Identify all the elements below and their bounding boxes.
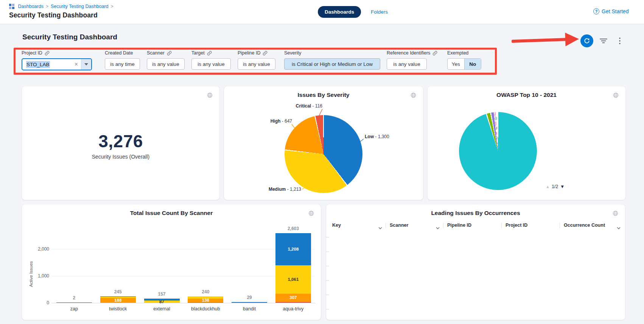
owasp-pie-chart[interactable] [459,112,537,190]
project-id-value: STO_LAB [26,61,50,68]
link-icon [432,51,437,56]
project-id-dropdown-button[interactable] [81,59,91,70]
pie-label-medium: Medium - 1,213 [241,187,301,192]
severity-pie-chart[interactable] [285,115,362,193]
dashboard-title: Security Testing Dashboard [22,33,117,41]
y-tick-1000: 1,000 [26,273,49,279]
security-issues-caption: Security Issues (Overall) [22,154,219,160]
bar-segment-aqua-trivy-medium[interactable]: 1,061 [275,265,311,294]
column-header-project-id[interactable]: Project ID [506,223,527,228]
filter-created-date-label: Created Date [105,50,133,56]
bar-segment-twistlock-high[interactable]: 188 [100,298,136,303]
bar-segment-external-medium[interactable]: 87 [144,301,180,303]
filter-exempted: Exempted Yes No [447,50,481,70]
bar-total-blackduckhub: 240 [185,289,226,294]
bar-total-zap: 2 [53,295,95,301]
y-tick-2000: 2,000 [26,246,49,252]
bar-segment-aqua-trivy-critical[interactable] [275,302,311,303]
top-header-bar: Dashboards > Security Testing Dashboard … [0,0,644,24]
filter-severity-label: Severity [284,50,301,56]
globe-icon [411,92,416,100]
breadcrumb-separator: > [111,4,114,9]
created-date-filter-value[interactable]: is any time [105,58,140,70]
help-question-icon: ? [593,8,599,14]
column-header-key[interactable]: Key [332,223,341,228]
dashboard-menu-button[interactable] [615,37,624,45]
bar-segment-bandit-low[interactable] [232,302,267,303]
refresh-icon [583,37,590,44]
tile-issues-by-severity: Issues By Severity Critical - 116 High -… [224,86,423,200]
bar-segment-value: 1,208 [275,233,311,265]
bar-segment-aqua-trivy-low[interactable]: 1,208 [275,233,311,265]
link-icon [45,51,50,56]
filter-target: Target is any value [191,50,231,70]
breadcrumb-link-current[interactable]: Security Testing Dashboard [51,4,109,9]
annotation-arrow [511,31,580,49]
empty-row-divider [326,266,329,266]
header-tabs: Dashboards Folders [318,6,388,18]
x-axis-label-aqua-trivy: aqua-trivy [271,306,316,312]
x-axis-baseline [51,303,315,303]
filter-pipeline-id-label: Pipeline ID [238,50,260,56]
filter-exempted-label: Exempted [447,50,468,56]
target-filter-value[interactable]: is any value [191,58,231,70]
exempted-toggle: Yes No [447,58,481,70]
bar-segment-value: 307 [275,294,311,302]
project-id-input[interactable]: STO_LAB × [22,58,92,70]
bar-segment-aqua-trivy-high[interactable]: 307 [275,294,311,302]
sort-chevron-icon[interactable] [436,224,440,231]
chevron-down-icon [84,63,88,65]
sort-chevron-icon[interactable] [617,224,621,231]
bar-total-external: 157 [141,291,183,297]
refresh-button[interactable] [580,34,593,47]
owasp-chart-title: OWASP Top 10 - 2021 [428,92,625,98]
link-icon [207,51,212,56]
pagination-up-icon[interactable]: ▲ [546,184,550,189]
get-started-link[interactable]: ? Get Started [593,8,629,14]
globe-icon [613,210,618,218]
dashboard-filters-button[interactable] [599,37,608,45]
y-tick-0: 0 [26,300,49,305]
dashboards-grid-icon[interactable] [9,4,14,9]
scanner-bar-chart[interactable]: Active Issues 2,000 1,000 0 2zap188245tw… [22,204,321,320]
pagination-down-icon[interactable]: ▼ [560,184,565,189]
page-title: Security Testing Dashboard [9,11,98,19]
tab-folders[interactable]: Folders [371,9,388,15]
pipeline-id-filter-value[interactable]: is any value [238,58,275,70]
tab-dashboards[interactable]: Dashboards [318,6,361,18]
column-header-occurrence-count[interactable]: Occurrence Count [564,223,605,228]
clear-icon[interactable]: × [72,61,81,68]
occurrences-table-title: Leading Issues By Occurrences [326,210,625,217]
harness-dashboard-app: Dashboards > Security Testing Dashboard … [0,0,644,324]
scanner-filter-value[interactable]: is any value [147,58,185,70]
column-separator [560,223,560,228]
link-icon [263,51,268,56]
column-header-scanner[interactable]: Scanner [390,223,408,228]
reference-identifiers-filter-value[interactable]: is any value [387,58,427,70]
sort-chevron-icon[interactable] [378,224,382,231]
exempted-yes-option[interactable]: Yes [448,59,464,69]
bar-segment-value: 138 [188,299,223,302]
exempted-no-option[interactable]: No [464,59,481,69]
bar-segment-value: 1,061 [275,265,311,294]
bar-segment-twistlock-low[interactable] [100,296,136,297]
filter-project-id-label: Project ID [22,50,42,56]
bar-segment-external-low[interactable] [144,299,180,301]
get-started-label: Get Started [602,8,629,14]
bar-segment-twistlock-medium[interactable] [100,297,136,298]
column-header-pipeline-id[interactable]: Pipeline ID [447,223,471,228]
breadcrumb-link-dashboards[interactable]: Dashboards [18,4,44,9]
security-issues-total: 3,276 [22,131,219,151]
bar-total-aqua-trivy: 2,603 [272,226,314,231]
column-separator [386,223,386,228]
bar-segment-blackduckhub-medium[interactable] [188,296,223,299]
filter-project-id: Project ID STO_LAB × [22,50,92,70]
bar-segment-value: 188 [100,298,136,303]
filter-created-date: Created Date is any time [105,50,140,70]
column-separator [443,223,443,228]
empty-row-divider [326,251,329,252]
bar-segment-blackduckhub-high[interactable]: 138 [188,299,223,302]
x-axis-label-zap: zap [51,306,97,312]
bar-segment-zap-low[interactable] [56,302,92,303]
severity-filter-value[interactable]: is Critical or High or Medium or Low [284,58,380,70]
